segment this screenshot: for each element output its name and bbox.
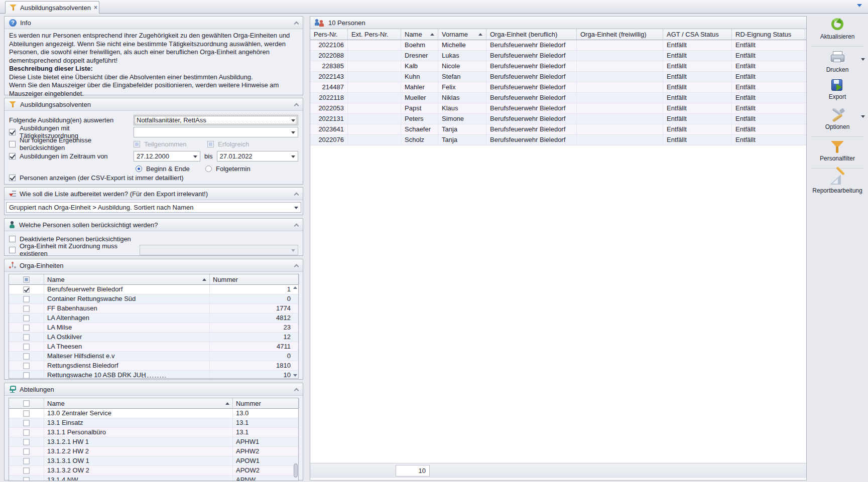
- collapse-icon[interactable]: [294, 264, 299, 269]
- chevron-down-icon[interactable]: [294, 207, 298, 209]
- table-row[interactable]: 13.0 Zentraler Service 13.0: [9, 409, 298, 418]
- followup-radio[interactable]: [205, 166, 212, 172]
- row-checkbox[interactable]: [23, 305, 29, 311]
- page-size-input[interactable]: 10: [396, 465, 430, 476]
- scroll-down-icon[interactable]: [293, 374, 297, 377]
- export-button[interactable]: Export: [807, 79, 868, 100]
- chevron-down-icon[interactable]: [291, 119, 295, 122]
- aktualisieren-button[interactable]: Aktualisieren: [807, 17, 868, 40]
- table-row[interactable]: Container Rettungswache Süd 0: [9, 294, 298, 304]
- select-all-column[interactable]: [9, 274, 44, 284]
- row-checkbox[interactable]: [23, 410, 29, 416]
- chevron-down-icon[interactable]: [291, 155, 295, 158]
- column-header-oe-beruflich[interactable]: Orga-Einheit (beruflich): [486, 29, 577, 40]
- select-all-column[interactable]: [9, 398, 44, 408]
- activity-combobox[interactable]: [134, 127, 298, 137]
- table-row[interactable]: 2022106 Boehm Michelle Berufsfeuerwehr B…: [310, 40, 806, 51]
- column-header-name[interactable]: Name: [44, 274, 210, 284]
- grouping-combobox[interactable]: Gruppiert nach Orga-Einheit > Ausbildung…: [6, 202, 301, 213]
- row-checkbox[interactable]: [23, 344, 29, 350]
- scrollbar-thumb[interactable]: [294, 463, 298, 477]
- table-row[interactable]: 13.1.4 NW APNW: [9, 475, 298, 480]
- row-checkbox[interactable]: [23, 325, 29, 331]
- row-checkbox[interactable]: [23, 439, 29, 445]
- collapse-icon[interactable]: [294, 103, 299, 108]
- column-header-nummer[interactable]: Nummer: [210, 274, 299, 284]
- table-row[interactable]: FF Babenhausen 1774: [9, 304, 298, 313]
- training-combobox[interactable]: Notfallsanitäter, RettAss: [134, 115, 298, 125]
- table-row[interactable]: 214487 Mahler Felix Berufsfeuerwehr Biel…: [310, 82, 806, 93]
- orga-exists-checkbox[interactable]: [9, 247, 16, 253]
- window-menu-arrow-icon[interactable]: [857, 4, 862, 7]
- personalfilter-button[interactable]: Personalfilter: [807, 140, 868, 162]
- tab-ausbildungsabsolventen[interactable]: Ausbildungsabsolventen ×: [5, 1, 99, 14]
- scroll-up-icon[interactable]: [293, 286, 297, 289]
- collapse-icon[interactable]: [294, 21, 299, 26]
- show-persons-checkbox[interactable]: [9, 175, 16, 181]
- begin-end-radio[interactable]: [136, 166, 142, 172]
- table-row[interactable]: 2022143 Kuhn Stefan Berufsfeuerwehr Biel…: [310, 72, 806, 82]
- splitter-handle[interactable]: [142, 376, 166, 378]
- chevron-down-icon[interactable]: [861, 115, 865, 118]
- select-all-checkbox[interactable]: [23, 400, 29, 406]
- reportbearbeitung-button[interactable]: Reportbearbeitung: [807, 172, 868, 194]
- row-checkbox[interactable]: [23, 363, 29, 369]
- table-row[interactable]: LA Altenhagen 4812: [9, 313, 298, 323]
- collapse-icon[interactable]: [294, 192, 299, 197]
- row-checkbox[interactable]: [23, 296, 29, 302]
- select-all-checkbox[interactable]: [23, 276, 29, 282]
- table-row[interactable]: 2022118 Mueller Niklas Berufsfeuerwehr B…: [310, 93, 806, 103]
- chevron-down-icon[interactable]: [861, 58, 865, 61]
- chevron-down-icon[interactable]: [291, 131, 295, 134]
- results-checkbox[interactable]: [9, 141, 16, 147]
- column-header-agt-csa[interactable]: AGT / CSA Status: [663, 29, 732, 40]
- column-header-rd-eignung[interactable]: RD-Eignung Status: [732, 29, 805, 40]
- persons-filter-header[interactable]: Welche Personen sollen berücksichtigt we…: [5, 219, 303, 231]
- column-header-name[interactable]: Name: [401, 29, 438, 40]
- table-row[interactable]: 228385 Kalb Nicole Berufsfeuerwehr Biele…: [310, 61, 806, 72]
- row-checkbox[interactable]: [23, 458, 29, 464]
- table-row[interactable]: Rettungsdienst Bieledorf 1810: [9, 361, 298, 371]
- row-checkbox[interactable]: [23, 448, 29, 454]
- row-checkbox[interactable]: [23, 334, 29, 340]
- column-header-nummer[interactable]: Nummer: [233, 398, 299, 408]
- table-row[interactable]: 13.1.2.2 HW 2 APHW2: [9, 447, 298, 456]
- row-checkbox[interactable]: [23, 467, 29, 473]
- table-row[interactable]: Malteser Hilfsdienst e.v 0: [9, 352, 298, 361]
- row-checkbox[interactable]: [23, 477, 29, 480]
- collapse-icon[interactable]: [294, 388, 299, 393]
- column-header-vorname[interactable]: Vorname: [438, 29, 486, 40]
- date-to-field[interactable]: 27.01.2022: [217, 151, 298, 162]
- row-checkbox[interactable]: [23, 429, 29, 435]
- orga-einheiten-header[interactable]: Orga-Einheiten: [5, 259, 303, 272]
- table-row[interactable]: LA Ostkilver 12: [9, 333, 298, 342]
- table-row[interactable]: 13.1 Einsatz 13.1: [9, 418, 298, 428]
- table-row[interactable]: 13.1.3.2 OW 2 APOW2: [9, 466, 298, 475]
- column-header-name[interactable]: Name: [44, 398, 233, 408]
- collapse-icon[interactable]: [294, 223, 299, 228]
- training-filter-header[interactable]: Ausbildungsabsolventen: [5, 98, 303, 111]
- row-checkbox[interactable]: [23, 372, 29, 378]
- row-checkbox[interactable]: [23, 315, 29, 321]
- table-row[interactable]: 2022131 Peters Simone Berufsfeuerwehr Bi…: [310, 114, 806, 124]
- table-row[interactable]: 13.1.1 Personalbüro 13.1: [9, 428, 298, 437]
- column-header-pers-nr[interactable]: Pers-Nr.: [310, 29, 348, 40]
- table-row[interactable]: LA Milse 23: [9, 323, 298, 333]
- column-header-oe-freiwillig[interactable]: Orga-Einheit (freiwillig): [577, 29, 663, 40]
- table-row[interactable]: 2023641 Schaefer Tanja Berufsfeuerwehr B…: [310, 124, 806, 135]
- list-layout-header[interactable]: Wie soll die Liste aufbereitet werden? (…: [5, 188, 303, 200]
- row-checkbox[interactable]: [23, 353, 29, 359]
- column-header-ext-pers-nr[interactable]: Ext. Pers-Nr.: [348, 29, 401, 40]
- deactivated-checkbox[interactable]: [9, 236, 16, 242]
- table-row[interactable]: LA Theesen 4711: [9, 342, 298, 352]
- table-row[interactable]: 2022088 Dresner Lukas Berufsfeuerwehr Bi…: [310, 51, 806, 61]
- row-checkbox[interactable]: [23, 286, 29, 292]
- table-row[interactable]: 13.1.3.1 OW 1 APOW1: [9, 456, 298, 466]
- close-icon[interactable]: ×: [94, 5, 97, 11]
- optionen-button[interactable]: Optionen: [807, 108, 868, 130]
- table-row[interactable]: 2022053 Papst Klaus Berufsfeuerwehr Biel…: [310, 103, 806, 114]
- table-row[interactable]: Berufsfeuerwehr Bieledorf 1: [9, 285, 298, 294]
- activity-checkbox[interactable]: [9, 129, 16, 135]
- abteilungen-header[interactable]: Abteilungen: [5, 383, 303, 396]
- period-checkbox[interactable]: [9, 153, 16, 159]
